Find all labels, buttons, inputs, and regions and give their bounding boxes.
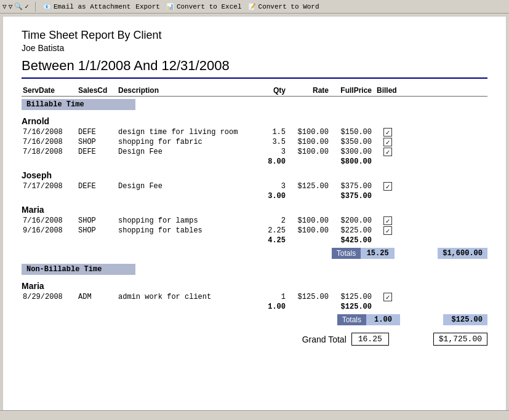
cell-billed: ✓ [375, 216, 400, 225]
subtotal-amount: $125.00 [332, 303, 375, 311]
cell-billed: ✓ [375, 293, 400, 301]
report-date-range: Between 1/1/2008 And 12/31/2008 [22, 58, 487, 79]
col-rate: Rate [289, 86, 332, 95]
checkbox: ✓ [383, 138, 392, 146]
cell-rate: $100.00 [289, 226, 332, 235]
report-title: Time Sheet Report By Client [22, 29, 487, 42]
cell-date: 7/16/2008 [22, 128, 77, 137]
cell-rate: $125.00 [289, 293, 332, 301]
cell-desc: Design Fee [117, 182, 252, 191]
col-sales-cd: SalesCd [77, 86, 117, 95]
cell-desc: admin work for client [117, 293, 252, 301]
group-subtotal-joseph: 3.00 $375.00 [22, 191, 487, 201]
totals-label: Totals [332, 248, 361, 259]
cell-desc: shopping for fabric [117, 138, 252, 146]
table-container: ServDate SalesCd Description Qty Rate Fu… [22, 85, 487, 346]
totals-qty: 1.00 [366, 314, 400, 325]
toolbar-icon-3: 🔍 [14, 2, 23, 10]
group-subtotal-maria-billable: 4.25 $425.00 [22, 236, 487, 245]
cell-qty: 3 [252, 148, 289, 156]
table-row: 7/17/2008 DEFE Design Fee 3 $125.00 $375… [22, 181, 487, 191]
non-billable-totals-bar: Totals 1.00 $125.00 [22, 314, 487, 325]
cell-rate: $100.00 [289, 216, 332, 225]
cell-desc: design time for living room [117, 128, 252, 137]
group-subtotal-maria-nonbillable: 1.00 $125.00 [22, 302, 487, 312]
column-headers: ServDate SalesCd Description Qty Rate Fu… [22, 85, 487, 97]
table-row: 7/18/2008 DEFE Design Fee 3 $100.00 $300… [22, 147, 487, 157]
section-billable: Billable Time Arnold 7/16/2008 DEFE desi… [22, 97, 487, 259]
scrollbar[interactable] [0, 410, 509, 418]
cell-qty: 3.5 [252, 138, 289, 146]
subtotal-qty: 1.00 [252, 303, 289, 311]
cell-rate: $100.00 [289, 138, 332, 146]
subtotal-amount: $425.00 [332, 236, 375, 245]
cell-price: $150.00 [332, 128, 375, 137]
checkbox: ✓ [383, 182, 392, 191]
totals-label: Totals [337, 314, 366, 325]
cell-price: $375.00 [332, 182, 375, 191]
billable-totals-bar: Totals 15.25 $1,600.00 [22, 248, 487, 259]
cell-salescd: DEFE [77, 148, 117, 156]
report-container: Time Sheet Report By Client Joe Batista … [2, 16, 507, 416]
convert-excel-button[interactable]: 📊 Convert to Excel [165, 2, 242, 12]
cell-rate: $125.00 [289, 182, 332, 191]
non-billable-time-header: Non-Billable Time [22, 264, 135, 275]
table-row: 7/16/2008 DEFE design time for living ro… [22, 127, 487, 137]
subtotal-qty: 8.00 [252, 157, 289, 166]
email-attachment-label: Email as Attachment [54, 3, 130, 10]
col-full-price: FullPrice [332, 86, 375, 95]
export-button[interactable]: Export [135, 3, 160, 10]
checkbox: ✓ [383, 293, 392, 301]
toolbar-icon-2: ▽ [9, 2, 13, 10]
table-row: 7/16/2008 SHOP shopping for fabric 3.5 $… [22, 137, 487, 147]
cell-salescd: SHOP [77, 216, 117, 225]
convert-word-button[interactable]: 📝 Convert to Word [247, 2, 319, 12]
cell-billed: ✓ [375, 138, 400, 146]
toolbar-icon-4: ✓ [25, 2, 29, 10]
cell-billed: ✓ [375, 128, 400, 137]
totals-amount: $125.00 [443, 314, 487, 325]
cell-billed: ✓ [375, 182, 400, 191]
totals-amount: $1,600.00 [438, 248, 487, 259]
cell-billed: ✓ [375, 226, 400, 235]
excel-icon: 📊 [165, 2, 175, 12]
convert-word-label: Convert to Word [259, 3, 319, 10]
table-row: 8/29/2008 ADM admin work for client 1 $1… [22, 292, 487, 302]
cell-salescd: SHOP [77, 226, 117, 235]
cell-salescd: ADM [77, 293, 117, 301]
cell-qty: 2 [252, 216, 289, 225]
totals-qty: 15.25 [361, 248, 395, 259]
toolbar-separator-1 [35, 2, 36, 12]
subtotal-amount: $800.00 [332, 157, 375, 166]
section-non-billable: Non-Billable Time Maria 8/29/2008 ADM ad… [22, 261, 487, 325]
cell-desc: Design Fee [117, 148, 252, 156]
cell-desc: shopping for lamps [117, 216, 252, 225]
cell-price: $350.00 [332, 138, 375, 146]
billable-time-header: Billable Time [22, 99, 135, 110]
cell-qty: 3 [252, 182, 289, 191]
grand-total-label: Grand Total [302, 335, 347, 344]
checkbox: ✓ [383, 226, 392, 235]
cell-qty: 1.5 [252, 128, 289, 137]
toolbar-icon-group: ▽ ▽ 🔍 ✓ [2, 2, 29, 10]
group-arnold: Arnold [22, 116, 487, 126]
word-icon: 📝 [247, 2, 257, 12]
email-attachment-button[interactable]: 📧 Email as Attachment [42, 2, 130, 12]
cell-rate: $100.00 [289, 128, 332, 137]
toolbar-icon-1: ▽ [2, 2, 7, 10]
cell-salescd: DEFE [77, 182, 117, 191]
cell-billed: ✓ [375, 148, 400, 156]
table-row: 9/16/2008 SHOP shopping for tables 2.25 … [22, 226, 487, 236]
cell-desc: shopping for tables [117, 226, 252, 235]
cell-salescd: DEFE [77, 128, 117, 137]
cell-qty: 1 [252, 293, 289, 301]
col-description: Description [117, 86, 252, 95]
toolbar: ▽ ▽ 🔍 ✓ 📧 Email as Attachment Export 📊 C… [0, 0, 509, 14]
group-joseph: Joseph [22, 170, 487, 180]
email-icon: 📧 [42, 2, 52, 12]
export-label: Export [135, 3, 160, 10]
cell-date: 7/18/2008 [22, 148, 77, 156]
subtotal-qty: 4.25 [252, 236, 289, 245]
grand-total-qty: 16.25 [351, 333, 389, 346]
grand-total-amount: $1,725.00 [433, 333, 487, 346]
